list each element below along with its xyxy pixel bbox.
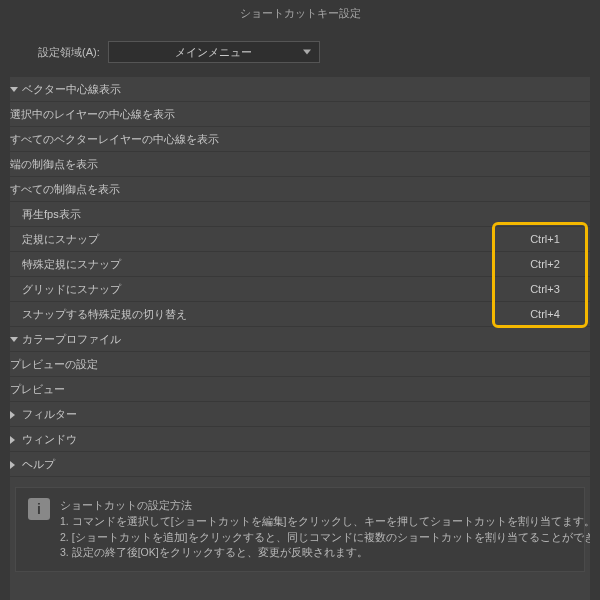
settings-bar: 設定領域(A): メインメニュー — [0, 33, 600, 77]
dropdown-value: メインメニュー — [175, 45, 252, 60]
settings-area-dropdown[interactable]: メインメニュー — [108, 41, 320, 63]
command-row[interactable]: カラープロファイル — [10, 327, 590, 352]
shortcut-cell[interactable]: Ctrl+3 — [500, 283, 590, 295]
command-row[interactable]: すべてのベクターレイヤーの中心線を表示 — [10, 127, 590, 152]
chevron-down-icon[interactable] — [10, 83, 18, 95]
command-label: プレビュー — [10, 383, 65, 395]
shortcut-cell[interactable]: Ctrl+2 — [500, 258, 590, 270]
command-label: フィルター — [22, 408, 77, 420]
chevron-down-icon — [303, 50, 311, 55]
command-label: 特殊定規にスナップ — [22, 258, 121, 270]
chevron-right-icon[interactable] — [10, 458, 18, 470]
command-label: ウィンドウ — [22, 433, 77, 445]
command-label: ヘルプ — [22, 458, 55, 470]
command-row[interactable]: プレビュー — [10, 377, 590, 402]
command-label: 定規にスナップ — [22, 233, 99, 245]
command-label: 端の制御点を表示 — [10, 158, 98, 170]
command-label: ベクター中心線表示 — [22, 83, 121, 95]
chevron-down-icon[interactable] — [10, 333, 18, 345]
info-heading: ショートカットの設定方法 — [60, 498, 590, 514]
command-row[interactable]: ヘルプ — [10, 452, 590, 477]
command-row[interactable]: 特殊定規にスナップCtrl+2 — [10, 252, 590, 277]
dialog-title: ショートカットキー設定 — [0, 0, 600, 33]
command-label: 選択中のレイヤーの中心線を表示 — [10, 108, 175, 120]
settings-area-label: 設定領域(A): — [38, 45, 100, 60]
chevron-right-icon[interactable] — [10, 408, 18, 420]
command-label: すべてのベクターレイヤーの中心線を表示 — [10, 133, 219, 145]
shortcut-cell[interactable]: Ctrl+4 — [500, 308, 590, 320]
command-row[interactable]: 端の制御点を表示 — [10, 152, 590, 177]
command-row[interactable]: プレビューの設定 — [10, 352, 590, 377]
command-row[interactable]: 選択中のレイヤーの中心線を表示 — [10, 102, 590, 127]
command-row[interactable]: すべての制御点を表示 — [10, 177, 590, 202]
command-row[interactable]: ベクター中心線表示 — [10, 77, 590, 102]
command-row[interactable]: 定規にスナップCtrl+1 — [10, 227, 590, 252]
command-row[interactable]: スナップする特殊定規の切り替えCtrl+4 — [10, 302, 590, 327]
command-label: スナップする特殊定規の切り替え — [22, 308, 187, 320]
info-icon: i — [28, 498, 50, 520]
command-row[interactable]: グリッドにスナップCtrl+3 — [10, 277, 590, 302]
command-label: グリッドにスナップ — [22, 283, 121, 295]
command-label: プレビューの設定 — [10, 358, 98, 370]
command-label: 再生fps表示 — [22, 208, 81, 220]
command-row[interactable]: フィルター — [10, 402, 590, 427]
shortcut-cell[interactable]: Ctrl+1 — [500, 233, 590, 245]
command-label: すべての制御点を表示 — [10, 183, 120, 195]
command-label: カラープロファイル — [22, 333, 121, 345]
info-text: ショートカットの設定方法 1. コマンドを選択して[ショートカットを編集]をクリ… — [60, 498, 590, 561]
command-row[interactable]: 再生fps表示 — [10, 202, 590, 227]
command-row[interactable]: ウィンドウ — [10, 427, 590, 452]
command-list: ベクター中心線表示選択中のレイヤーの中心線を表示すべてのベクターレイヤーの中心線… — [10, 77, 590, 600]
info-box: i ショートカットの設定方法 1. コマンドを選択して[ショートカットを編集]を… — [15, 487, 585, 572]
chevron-right-icon[interactable] — [10, 433, 18, 445]
